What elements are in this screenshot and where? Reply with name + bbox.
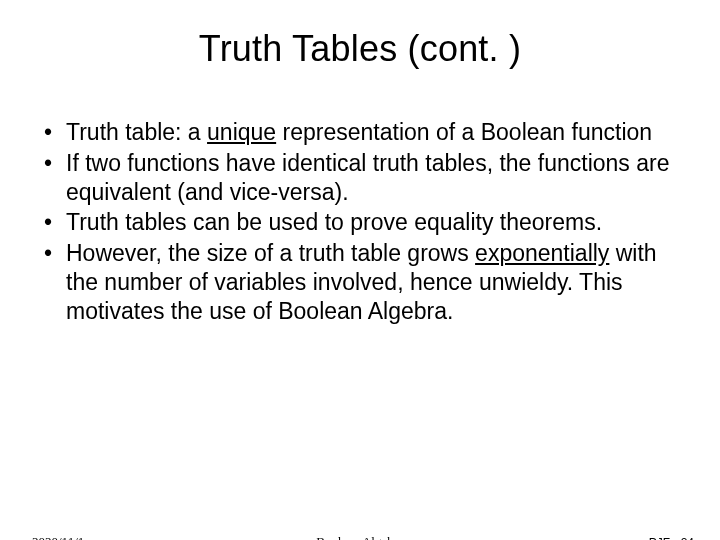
bullet-text-pre: Truth table: a — [66, 119, 207, 145]
bullet-text-post: representation of a Boolean function — [276, 119, 652, 145]
footer-center: Boolean Algebra — [0, 534, 720, 540]
list-item: Truth table: a unique representation of … — [40, 118, 680, 147]
list-item: However, the size of a truth table grows… — [40, 239, 680, 325]
slide: Truth Tables (cont. ) Truth table: a uni… — [0, 28, 720, 540]
slide-footer: 2020/11/1 Boolean Algebra PJF - 24 — [0, 530, 720, 540]
list-item: If two functions have identical truth ta… — [40, 149, 680, 207]
bullet-text-underlined: unique — [207, 119, 276, 145]
bullet-list: Truth table: a unique representation of … — [40, 118, 680, 325]
bullet-text-underlined: exponentially — [475, 240, 609, 266]
slide-title: Truth Tables (cont. ) — [0, 28, 720, 70]
list-item: Truth tables can be used to prove equali… — [40, 208, 680, 237]
bullet-text-pre: However, the size of a truth table grows — [66, 240, 475, 266]
bullet-text-pre: Truth tables can be used to prove equali… — [66, 209, 602, 235]
footer-page-number: PJF - 24 — [649, 536, 694, 540]
slide-body: Truth table: a unique representation of … — [40, 118, 680, 325]
bullet-text-pre: If two functions have identical truth ta… — [66, 150, 669, 205]
